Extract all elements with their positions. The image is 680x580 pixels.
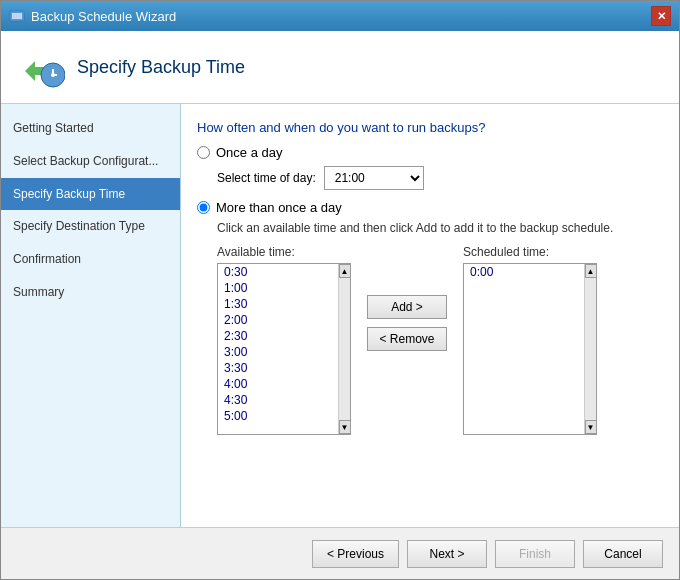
- transfer-buttons: Add > < Remove: [359, 245, 455, 351]
- previous-button[interactable]: < Previous: [312, 540, 399, 568]
- backup-icon: [17, 43, 65, 91]
- available-time-item[interactable]: 0:30: [218, 264, 338, 280]
- top-section: Specify Backup Time Getting Started Sele…: [1, 31, 679, 527]
- add-button[interactable]: Add >: [367, 295, 447, 319]
- sched-scroll-up-btn[interactable]: ▲: [585, 264, 597, 278]
- title-bar-left: Backup Schedule Wizard: [9, 8, 176, 24]
- sidebar-item-confirmation[interactable]: Confirmation: [1, 243, 180, 276]
- available-times-section: Available time: 0:301:001:302:002:303:00…: [217, 245, 351, 435]
- sidebar-item-getting-started[interactable]: Getting Started: [1, 112, 180, 145]
- app-icon: [9, 8, 25, 24]
- sidebar: Getting Started Select Backup Configurat…: [1, 104, 181, 527]
- page-title: Specify Backup Time: [77, 57, 245, 78]
- available-time-item[interactable]: 4:30: [218, 392, 338, 408]
- available-time-item[interactable]: 3:00: [218, 344, 338, 360]
- more-than-once-label[interactable]: More than once a day: [216, 200, 342, 215]
- scheduled-time-item[interactable]: 0:00: [464, 264, 584, 280]
- question-text: How often and when do you want to run ba…: [197, 120, 663, 135]
- scheduled-times-section: Scheduled time: 0:00 ▲ ▼: [463, 245, 597, 435]
- available-times-label: Available time:: [217, 245, 351, 259]
- instruction-text: Click an available time and then click A…: [217, 221, 663, 235]
- finish-button[interactable]: Finish: [495, 540, 575, 568]
- next-button[interactable]: Next >: [407, 540, 487, 568]
- available-time-item[interactable]: 1:00: [218, 280, 338, 296]
- main-content: How often and when do you want to run ba…: [181, 104, 679, 527]
- time-of-day-select[interactable]: 21:00: [324, 166, 424, 190]
- sidebar-item-select-backup[interactable]: Select Backup Configurat...: [1, 145, 180, 178]
- wizard-window: Backup Schedule Wizard ✕ Specify Backup …: [0, 0, 680, 580]
- svg-rect-1: [12, 13, 22, 19]
- sched-scroll-track: [585, 278, 596, 420]
- scheduled-listbox-wrapper: 0:00 ▲ ▼: [463, 263, 597, 435]
- remove-button[interactable]: < Remove: [367, 327, 447, 351]
- select-time-label: Select time of day:: [217, 171, 316, 185]
- time-lists-area: Available time: 0:301:001:302:002:303:00…: [217, 245, 663, 435]
- scroll-down-btn[interactable]: ▼: [339, 420, 351, 434]
- svg-point-6: [51, 73, 55, 77]
- available-time-item[interactable]: 4:00: [218, 376, 338, 392]
- close-button[interactable]: ✕: [651, 6, 671, 26]
- available-times-listbox[interactable]: 0:301:001:302:002:303:003:304:004:305:00: [218, 264, 338, 434]
- scheduled-times-listbox[interactable]: 0:00: [464, 264, 584, 434]
- available-time-item[interactable]: 3:30: [218, 360, 338, 376]
- scroll-track: [339, 278, 350, 420]
- available-time-item[interactable]: 2:30: [218, 328, 338, 344]
- scheduled-scrollbar: ▲ ▼: [584, 264, 596, 434]
- more-than-once-option: More than once a day: [197, 200, 663, 215]
- available-time-item[interactable]: 2:00: [218, 312, 338, 328]
- more-than-once-radio[interactable]: [197, 201, 210, 214]
- once-a-day-label[interactable]: Once a day: [216, 145, 283, 160]
- once-a-day-radio[interactable]: [197, 146, 210, 159]
- title-bar: Backup Schedule Wizard ✕: [1, 1, 679, 31]
- available-scrollbar: ▲ ▼: [338, 264, 350, 434]
- time-select-row: Select time of day: 21:00: [217, 166, 663, 190]
- footer: < Previous Next > Finish Cancel: [1, 527, 679, 579]
- sidebar-item-specify-destination[interactable]: Specify Destination Type: [1, 210, 180, 243]
- available-listbox-wrapper: 0:301:001:302:002:303:003:304:004:305:00…: [217, 263, 351, 435]
- available-time-item[interactable]: 1:30: [218, 296, 338, 312]
- sidebar-item-specify-backup-time[interactable]: Specify Backup Time: [1, 178, 180, 211]
- header-section: Specify Backup Time: [1, 31, 679, 104]
- once-a-day-option: Once a day: [197, 145, 663, 160]
- window-title: Backup Schedule Wizard: [31, 9, 176, 24]
- cancel-button[interactable]: Cancel: [583, 540, 663, 568]
- sched-scroll-down-btn[interactable]: ▼: [585, 420, 597, 434]
- sidebar-item-summary[interactable]: Summary: [1, 276, 180, 309]
- available-time-item[interactable]: 5:00: [218, 408, 338, 424]
- content-area: Getting Started Select Backup Configurat…: [1, 104, 679, 527]
- scheduled-times-label: Scheduled time:: [463, 245, 597, 259]
- scroll-up-btn[interactable]: ▲: [339, 264, 351, 278]
